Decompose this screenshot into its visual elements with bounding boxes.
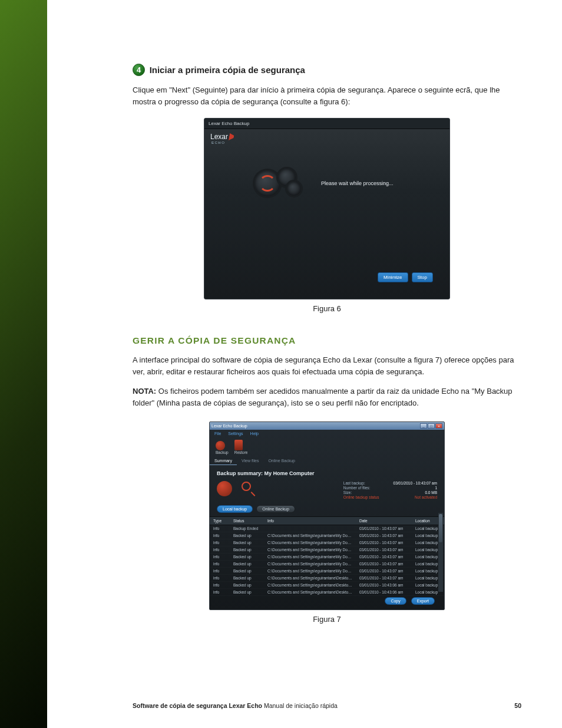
table-row[interactable]: infoBacked upC:\Documents and Settings\e… xyxy=(210,561,444,568)
maximize-window-icon[interactable]: □ xyxy=(428,423,435,429)
table-row[interactable]: infoBacked upC:\Documents and Settings\e… xyxy=(210,554,444,561)
menu-help[interactable]: Help xyxy=(250,431,259,436)
tab-summary[interactable]: Summary xyxy=(210,457,237,465)
backup-icon xyxy=(216,441,225,450)
summary-title: Backup summary: My Home Computer xyxy=(210,465,444,480)
online-status-value[interactable]: Not activated xyxy=(394,495,437,499)
search-icon[interactable] xyxy=(242,482,256,496)
minimize-window-icon[interactable]: _ xyxy=(420,423,427,429)
cell-type: info xyxy=(210,539,230,546)
main-window: Lexar Echo Backup _ □ × File Settings He… xyxy=(209,421,445,610)
local-backup-button[interactable]: Local backup xyxy=(217,505,253,513)
logo-swoosh-icon xyxy=(229,133,240,140)
figure-6: Lexar Echo Backup Lexar ECHO Please wait… xyxy=(133,118,521,313)
size-label: Size: xyxy=(343,490,379,495)
processing-message: Please wait while processing... xyxy=(321,180,394,186)
cell-status: Backed up xyxy=(230,561,264,568)
note-text: Os ficheiros podem também ser acedidos m… xyxy=(133,387,513,407)
restore-icon xyxy=(234,440,243,450)
menu-bar: File Settings Help xyxy=(210,430,444,437)
cell-info xyxy=(264,525,356,532)
cell-date: 03/01/2010 - 10:43:07 am xyxy=(356,561,412,568)
export-button[interactable]: Export xyxy=(411,597,435,605)
tab-view-files[interactable]: View files xyxy=(237,457,263,465)
col-date[interactable]: Date xyxy=(356,517,412,525)
cell-info: C:\Documents and Settings\eguirantane\De… xyxy=(264,589,356,596)
cell-type: info xyxy=(210,532,230,539)
page-number: 50 xyxy=(514,702,521,709)
step-badge: 4 xyxy=(133,64,145,76)
close-window-icon[interactable]: × xyxy=(435,423,442,429)
figure-7-caption: Figura 7 xyxy=(313,615,341,624)
table-row[interactable]: infoBacked upC:\Documents and Settings\e… xyxy=(210,568,444,575)
window-titlebar[interactable]: Lexar Echo Backup _ □ × xyxy=(210,422,444,430)
step-header: 4 Iniciar a primeira cópia de segurança xyxy=(133,64,521,76)
figure-7: Lexar Echo Backup _ □ × File Settings He… xyxy=(133,421,521,624)
cell-type: info xyxy=(210,546,230,554)
processing-window: Lexar Echo Backup Lexar ECHO Please wait… xyxy=(204,118,450,299)
col-type[interactable]: Type xyxy=(210,517,230,525)
last-backup-label: Last backup: xyxy=(343,481,379,485)
cell-info: C:\Documents and Settings\eguirantane\My… xyxy=(264,561,356,568)
copy-button[interactable]: Copy xyxy=(385,597,406,605)
logo-subtext: ECHO xyxy=(211,141,449,144)
cell-status: Backed up xyxy=(230,546,264,554)
last-backup-value: 03/01/2010 - 10:43:07 am xyxy=(394,481,437,485)
cell-date: 03/01/2010 - 10:43:06 am xyxy=(356,582,412,589)
step-title: Iniciar a primeira cópia de segurança xyxy=(150,65,305,75)
cell-status: Backed up xyxy=(230,539,264,546)
cell-status: Backed up xyxy=(230,582,264,589)
stop-button[interactable]: Stop xyxy=(412,272,433,282)
cell-status: Backed up xyxy=(230,568,264,575)
cell-type: info xyxy=(210,561,230,568)
col-info[interactable]: Info xyxy=(264,517,356,525)
online-status-label[interactable]: Online backup status xyxy=(343,495,379,499)
tab-online-backup[interactable]: Online Backup xyxy=(263,457,300,465)
cell-date: 03/01/2010 - 10:43:07 am xyxy=(356,546,412,554)
cell-info: C:\Documents and Settings\eguirantane\My… xyxy=(264,554,356,561)
online-backup-button[interactable]: Online Backup xyxy=(256,505,295,513)
cell-status: Backed up xyxy=(230,575,264,582)
num-files-value: 1 xyxy=(394,486,437,490)
table-row[interactable]: infoBacked upC:\Documents and Settings\e… xyxy=(210,539,444,546)
cell-info: C:\Documents and Settings\eguirantane\My… xyxy=(264,546,356,554)
toolbar-backup[interactable]: Backup xyxy=(216,441,229,454)
scrollbar[interactable] xyxy=(438,513,443,592)
cell-date: 03/01/2010 - 10:43:07 am xyxy=(356,568,412,575)
cell-info: C:\Documents and Settings\eguirantane\My… xyxy=(264,532,356,539)
cell-date: 03/01/2010 - 10:43:07 am xyxy=(356,532,412,539)
table-row[interactable]: infoBacked upC:\Documents and Settings\e… xyxy=(210,582,444,589)
table-row[interactable]: infoBacked upC:\Documents and Settings\e… xyxy=(210,546,444,554)
cell-date: 03/01/2010 - 10:43:07 am xyxy=(356,539,412,546)
page-content: 4 Iniciar a primeira cópia de segurança … xyxy=(133,64,521,624)
cell-type: info xyxy=(210,582,230,589)
cell-type: info xyxy=(210,589,230,596)
num-files-label: Number of files: xyxy=(343,486,379,490)
toolbar-restore[interactable]: Restore xyxy=(234,440,248,454)
menu-file[interactable]: File xyxy=(214,431,221,436)
col-status[interactable]: Status xyxy=(230,517,264,525)
logo-text: Lexar xyxy=(210,133,228,141)
figure-6-caption: Figura 6 xyxy=(313,304,341,313)
table-row[interactable]: infoBacked upC:\Documents and Settings\e… xyxy=(210,575,444,582)
note-label: NOTA: xyxy=(133,387,156,396)
cell-date: 03/01/2010 - 10:43:06 am xyxy=(356,589,412,596)
log-table: Type Status Info Date Location infoBacku… xyxy=(210,516,444,596)
cell-status: Backed up xyxy=(230,554,264,561)
scrollbar-thumb[interactable] xyxy=(439,514,442,542)
note-paragraph: NOTA: Os ficheiros podem também ser aced… xyxy=(133,386,521,409)
cell-date: 03/01/2010 - 10:43:07 am xyxy=(356,575,412,582)
page-side-strip xyxy=(0,0,47,728)
table-row[interactable]: infoBacked upC:\Documents and Settings\e… xyxy=(210,589,444,596)
table-row[interactable]: infoBackup Ended03/01/2010 - 10:43:07 am… xyxy=(210,525,444,532)
menu-settings[interactable]: Settings xyxy=(228,431,243,436)
cell-type: info xyxy=(210,575,230,582)
table-row[interactable]: infoBacked upC:\Documents and Settings\e… xyxy=(210,532,444,539)
lexar-logo: Lexar xyxy=(204,129,449,142)
cell-date: 03/01/2010 - 10:43:07 am xyxy=(356,525,412,532)
drive-icon xyxy=(217,481,232,496)
step-paragraph: Clique em "Next" (Seguinte) para dar iní… xyxy=(133,84,521,107)
footer-product-reg: Manual de iniciação rápida xyxy=(262,702,338,709)
minimize-button[interactable]: Minimize xyxy=(378,272,408,282)
window-title: Lexar Echo Backup xyxy=(211,424,247,428)
